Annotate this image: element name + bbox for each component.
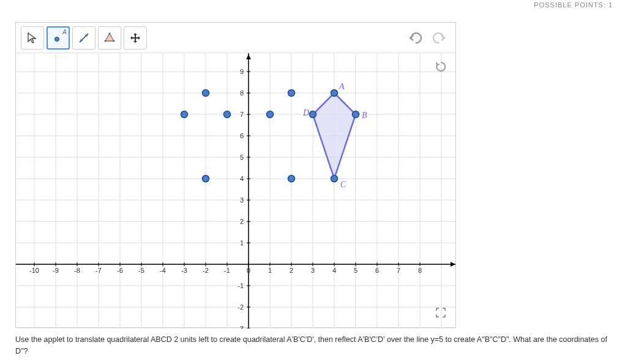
plotted-point[interactable] <box>203 90 209 97</box>
vertex-label-c: C <box>340 180 346 189</box>
x-tick-label: 7 <box>397 267 400 274</box>
y-tick-label: 6 <box>240 132 244 139</box>
y-tick-label: 9 <box>240 68 244 75</box>
x-tick-label: -7 <box>95 267 102 274</box>
x-tick-label: -2 <box>203 267 209 274</box>
point-tool-label: A <box>62 29 67 35</box>
quadrilateral-abcd[interactable] <box>313 93 356 179</box>
x-tick-label: -5 <box>138 267 144 274</box>
x-tick-label: 5 <box>354 267 357 274</box>
point-tool-button[interactable]: A <box>47 26 70 50</box>
x-tick-label: 1 <box>268 267 272 274</box>
x-tick-label: -4 <box>160 267 166 274</box>
y-tick-label: 3 <box>240 196 244 204</box>
question-text: Use the applet to translate quadrilatera… <box>15 334 609 357</box>
vertex-label-a: A <box>339 82 345 91</box>
x-tick-label: 2 <box>290 267 293 274</box>
vertex-c[interactable] <box>331 176 338 182</box>
possible-points-label: POSSIBLE POINTS: 1 <box>0 0 625 10</box>
x-tick-label: -9 <box>53 267 59 274</box>
plotted-point[interactable] <box>203 176 209 182</box>
redo-button[interactable] <box>430 29 448 47</box>
move-graphics-tool-button[interactable] <box>124 26 147 50</box>
y-tick-label: 2 <box>240 218 244 225</box>
svg-point-3 <box>85 34 88 37</box>
plotted-point[interactable] <box>288 176 295 182</box>
y-tick-label: 5 <box>240 154 244 161</box>
vertex-label-b: B <box>362 111 367 120</box>
y-tick-label: 4 <box>240 175 244 182</box>
plotted-point[interactable] <box>288 90 295 97</box>
x-tick-label: -6 <box>117 267 123 274</box>
svg-point-5 <box>113 40 115 42</box>
undo-redo-group <box>406 29 448 47</box>
plotted-point[interactable] <box>224 111 231 118</box>
svg-point-6 <box>104 40 107 42</box>
vertex-label-d: D <box>302 108 309 117</box>
y-tick-label: 8 <box>240 89 244 97</box>
x-tick-label: -3 <box>181 267 187 274</box>
polygon-tool-button[interactable] <box>98 26 121 50</box>
x-tick-label: 6 <box>375 267 379 274</box>
move-tool-button[interactable] <box>21 26 44 50</box>
svg-point-2 <box>80 39 83 42</box>
y-tick-label: -2 <box>238 303 244 311</box>
y-tick-label: 1 <box>240 239 244 247</box>
x-tick-label: -1 <box>224 267 230 274</box>
undo-button[interactable] <box>406 29 425 47</box>
vertex-a[interactable] <box>331 90 338 97</box>
y-tick-label: -3 <box>238 325 244 329</box>
line-tool-button[interactable] <box>72 26 95 50</box>
toolbar: A <box>16 23 455 53</box>
x-tick-label: -10 <box>29 267 39 274</box>
x-tick-label: 8 <box>418 267 422 274</box>
geogebra-applet: A -10-9-8-7-6-5-4-3-2-101234567898765432… <box>15 22 456 328</box>
x-tick-label: 0 <box>247 267 250 274</box>
svg-point-4 <box>108 32 111 35</box>
y-tick-label: 7 <box>240 111 244 118</box>
plotted-point[interactable] <box>267 111 274 118</box>
fullscreen-button[interactable] <box>432 304 449 321</box>
refresh-button[interactable] <box>432 58 449 75</box>
x-tick-label: -8 <box>74 267 80 274</box>
x-tick-label: 3 <box>311 267 315 274</box>
graph-canvas[interactable]: -10-9-8-7-6-5-4-3-2-1012345678987654321-… <box>16 53 455 329</box>
vertex-d[interactable] <box>310 111 316 118</box>
svg-point-0 <box>55 37 59 41</box>
vertex-b[interactable] <box>353 111 359 118</box>
plotted-point[interactable] <box>181 111 188 118</box>
y-tick-label: -1 <box>238 282 244 289</box>
x-tick-label: 4 <box>332 267 336 274</box>
